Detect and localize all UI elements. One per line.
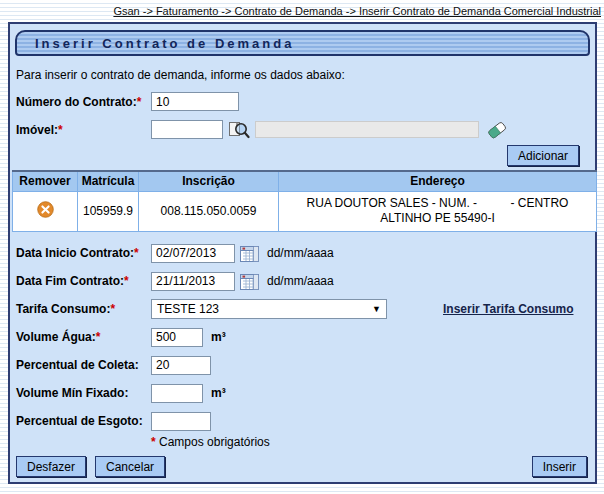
matricula-cell: 105959.9 — [78, 191, 139, 231]
adicionar-button[interactable]: Adicionar — [507, 145, 579, 166]
numero-contrato-label: Número do Contrato:* — [16, 95, 151, 109]
page-title: Inserir Contrato de Demanda — [17, 36, 294, 51]
data-inicio-format-hint: dd/mm/aaaa — [267, 246, 334, 260]
header-remover: Remover — [13, 171, 78, 191]
tarifa-consumo-label-text: Tarifa Consumo: — [16, 302, 110, 316]
header-endereco: Endereço — [279, 171, 597, 191]
page-title-bar: Inserir Contrato de Demanda — [15, 30, 590, 56]
endereco-line2: ALTINHO PE 55490-I — [281, 211, 594, 226]
volume-agua-label-text: Volume Água: — [16, 330, 96, 344]
breadcrumb-link[interactable]: Gsan -> Faturamento -> Contrato de Deman… — [113, 5, 601, 17]
volume-min-fixado-label: Volume Mín Fixado: — [16, 386, 151, 400]
percentual-coleta-input[interactable] — [151, 356, 211, 375]
data-fim-label: Data Fim Contrato:* — [16, 274, 151, 288]
eraser-icon[interactable] — [487, 120, 507, 140]
inscricao-cell: 008.115.050.0059 — [139, 191, 279, 231]
data-fim-label-text: Data Fim Contrato: — [16, 274, 124, 288]
imovel-label: Imóvel:* — [16, 123, 151, 137]
table-header-row: Remover Matrícula Inscrição Endereço — [13, 171, 597, 191]
table-row: 105959.9 008.115.050.0059 RUA DOUTOR SAL… — [13, 191, 597, 231]
calendar-icon[interactable] — [240, 245, 259, 262]
data-inicio-label-text: Data Inicio Contrato: — [16, 246, 134, 260]
required-asterisk: * — [110, 302, 115, 316]
percentual-coleta-label: Percentual de Coleta: — [16, 358, 151, 372]
data-inicio-label: Data Inicio Contrato:* — [16, 246, 151, 260]
intro-text: Para inserir o contrato de demanda, info… — [16, 68, 595, 82]
numero-contrato-label-text: Número do Contrato: — [16, 95, 137, 109]
header-matricula: Matrícula — [78, 171, 139, 191]
data-inicio-input[interactable] — [151, 244, 235, 263]
volume-agua-unit: m³ — [211, 330, 226, 344]
required-asterisk: * — [137, 95, 142, 109]
tarifa-consumo-select[interactable]: TESTE 123 ▼ — [151, 299, 387, 319]
volume-min-fixado-unit: m³ — [211, 386, 226, 400]
remover-cell — [13, 191, 78, 231]
percentual-esgoto-row: Percentual de Esgoto: — [16, 411, 595, 432]
imovel-row: Imóvel:* — [16, 119, 595, 140]
imovel-input[interactable] — [151, 120, 223, 139]
required-asterisk: * — [124, 274, 129, 288]
cancelar-button[interactable]: Cancelar — [95, 456, 165, 477]
percentual-esgoto-label: Percentual de Esgoto: — [16, 414, 151, 428]
volume-min-fixado-input[interactable] — [151, 384, 203, 403]
remove-row-icon[interactable] — [37, 201, 54, 221]
data-fim-input[interactable] — [151, 272, 235, 291]
imovel-readonly-display — [255, 121, 479, 138]
main-panel: Inserir Contrato de Demanda Para inserir… — [8, 22, 597, 484]
tarifa-consumo-row: Tarifa Consumo:* TESTE 123 ▼ Inserir Tar… — [16, 299, 595, 320]
required-asterisk: * — [96, 330, 101, 344]
adicionar-row: Adicionar — [10, 145, 579, 166]
percentual-esgoto-label-text: Percentual de Esgoto: — [16, 414, 143, 428]
imovel-label-text: Imóvel: — [16, 123, 58, 137]
percentual-coleta-label-text: Percentual de Coleta: — [16, 358, 139, 372]
required-asterisk: * — [134, 246, 139, 260]
search-icon[interactable] — [228, 120, 250, 140]
required-fields-note: * Campos obrigatórios — [151, 435, 595, 449]
data-inicio-row: Data Inicio Contrato:* dd/mm/aaaa — [16, 243, 595, 264]
desfazer-button[interactable]: Desfazer — [16, 456, 86, 477]
percentual-coleta-row: Percentual de Coleta: — [16, 355, 595, 376]
inserir-tarifa-consumo-link[interactable]: Inserir Tarifa Consumo — [443, 302, 573, 316]
tarifa-consumo-label: Tarifa Consumo:* — [16, 302, 151, 316]
numero-contrato-row: Número do Contrato:* — [16, 91, 595, 112]
volume-min-fixado-row: Volume Mín Fixado: m³ — [16, 383, 595, 404]
volume-agua-row: Volume Água:* m³ — [16, 327, 595, 348]
header-inscricao: Inscrição — [139, 171, 279, 191]
imoveis-table: Remover Matrícula Inscrição Endereço 105… — [12, 170, 597, 232]
tarifa-consumo-selected-value: TESTE 123 — [157, 302, 219, 316]
numero-contrato-input[interactable] — [151, 92, 239, 111]
percentual-esgoto-input[interactable] — [151, 412, 211, 431]
volume-agua-label: Volume Água:* — [16, 330, 151, 344]
data-fim-format-hint: dd/mm/aaaa — [267, 274, 334, 288]
required-fields-note-text: Campos obrigatórios — [159, 435, 270, 449]
volume-min-fixado-label-text: Volume Mín Fixado: — [16, 386, 128, 400]
required-asterisk: * — [151, 435, 156, 449]
calendar-icon[interactable] — [240, 273, 259, 290]
chevron-down-icon: ▼ — [372, 304, 381, 314]
bottom-button-bar: Desfazer Cancelar Inserir — [16, 456, 587, 477]
inserir-button[interactable]: Inserir — [532, 456, 587, 477]
data-fim-row: Data Fim Contrato:* dd/mm/aaaa — [16, 271, 595, 292]
endereco-cell: RUA DOUTOR SALES - NUM. - - CENTRO ALTIN… — [279, 191, 597, 231]
required-asterisk: * — [58, 123, 63, 137]
endereco-line1: RUA DOUTOR SALES - NUM. - - CENTRO — [281, 196, 594, 211]
volume-agua-input[interactable] — [151, 328, 203, 347]
breadcrumb: Gsan -> Faturamento -> Contrato de Deman… — [0, 0, 604, 22]
